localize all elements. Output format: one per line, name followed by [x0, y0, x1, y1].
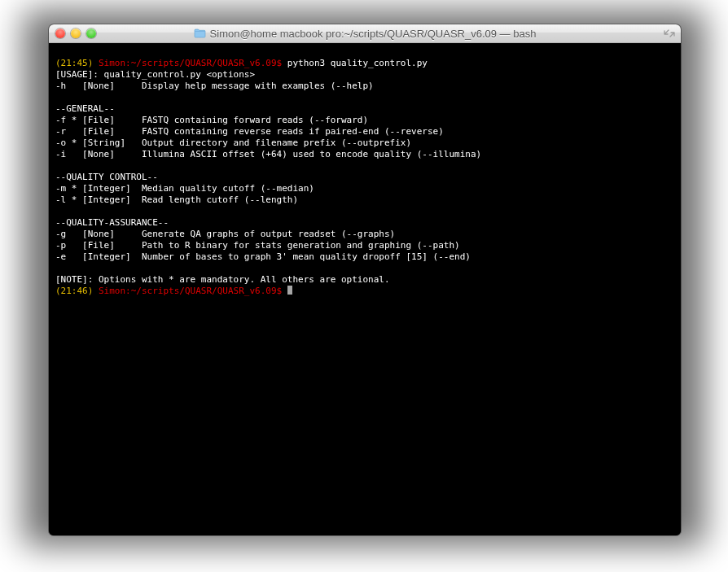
prompt-line: (21:45) Simon:~/scripts/QUASR/QUASR_v6.0…: [55, 58, 428, 68]
prompt-time: (21:45): [55, 58, 93, 68]
fullscreen-icon[interactable]: [663, 27, 676, 40]
prompt-line: (21:46) Simon:~/scripts/QUASR/QUASR_v6.0…: [55, 286, 292, 296]
prompt-time: (21:46): [55, 286, 93, 296]
output-line: --QUALITY CONTROL--: [55, 172, 158, 182]
output-line: -f * [File] FASTQ containing forward rea…: [55, 115, 368, 125]
output-line: --QUALITY-ASSURANCE--: [55, 217, 169, 228]
prompt-space: [282, 286, 287, 296]
output-line: -p [File] Path to R binary for stats gen…: [55, 240, 460, 251]
output-line: --GENERAL--: [55, 103, 115, 114]
prompt-path: Simon:~/scripts/QUASR/QUASR_v6.09$: [93, 58, 282, 68]
close-icon[interactable]: [55, 28, 65, 38]
output-line: -o * [String] Output directory and filen…: [55, 138, 411, 148]
output-line: -m * [Integer] Median quality cutoff (--…: [55, 183, 314, 194]
output-line: -i [None] Illumina ASCII offset (+64) us…: [55, 149, 481, 159]
output-line: -g [None] Generate QA graphs of output r…: [55, 229, 395, 239]
output-line: -e [Integer] Number of bases to graph 3'…: [55, 251, 471, 262]
prompt-path: Simon:~/scripts/QUASR/QUASR_v6.09$: [93, 286, 282, 296]
cursor-icon: [287, 286, 292, 295]
output-line: -h [None] Display help message with exam…: [55, 81, 374, 91]
minimize-icon[interactable]: [71, 28, 81, 38]
output-line: -r [File] FASTQ containing reverse reads…: [55, 126, 444, 137]
folder-icon: [194, 28, 206, 38]
output-line: [USAGE]: quality_control.py <options>: [55, 69, 255, 80]
terminal-window: Simon@home macbook pro:~/scripts/QUASR/Q…: [49, 24, 681, 535]
traffic-lights: [49, 28, 96, 38]
zoom-icon[interactable]: [86, 28, 96, 38]
command-text: python3 quality_control.py: [282, 58, 428, 68]
output-line: -l * [Integer] Read length cutoff (--len…: [55, 194, 298, 205]
output-line: [NOTE]: Options with * are mandatory. Al…: [55, 274, 390, 285]
terminal-body[interactable]: (21:45) Simon:~/scripts/QUASR/QUASR_v6.0…: [49, 43, 681, 535]
titlebar[interactable]: Simon@home macbook pro:~/scripts/QUASR/Q…: [49, 24, 681, 43]
title-center: Simon@home macbook pro:~/scripts/QUASR/Q…: [49, 28, 681, 40]
window-title: Simon@home macbook pro:~/scripts/QUASR/Q…: [210, 28, 537, 40]
